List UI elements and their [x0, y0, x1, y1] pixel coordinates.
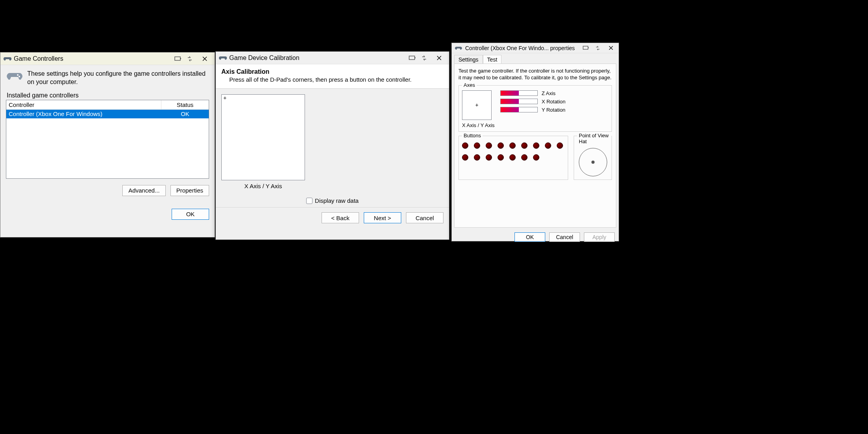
- axis-bar: [500, 99, 538, 104]
- axis-crosshair: +: [223, 95, 226, 101]
- xy-axis-box[interactable]: +: [462, 90, 492, 120]
- monitor-icon: [409, 55, 416, 61]
- dialog-title: Game Controllers: [14, 55, 63, 62]
- axis-bar-label: Y Rotation: [542, 107, 565, 113]
- button-indicator: [521, 154, 528, 161]
- next-button[interactable]: Next >: [364, 212, 401, 223]
- close-button[interactable]: [196, 53, 213, 65]
- test-tab-pane: Test the game controller. If the control…: [454, 64, 616, 228]
- button-indicator: [545, 142, 551, 149]
- gamepad-icon: [219, 55, 227, 61]
- row-controller-name: Controller (Xbox One For Windows): [6, 110, 161, 118]
- pov-hat-dot: [591, 161, 595, 164]
- buttons-group: Buttons: [458, 136, 568, 180]
- button-indicator: [533, 142, 539, 149]
- titlebar[interactable]: Game Controllers: [0, 52, 215, 65]
- wizard-section-subtitle: Press all of the D-Pad's corners, then p…: [221, 75, 443, 84]
- svg-rect-6: [583, 46, 588, 49]
- advanced-button[interactable]: Advanced...: [122, 185, 165, 196]
- svg-point-2: [17, 74, 19, 76]
- wizard-section-title: Axis Calibration: [221, 68, 443, 75]
- list-row[interactable]: Controller (Xbox One For Windows) OK: [6, 110, 209, 118]
- axis-label: X Axis / Y Axis: [221, 183, 305, 189]
- intro-text: These settings help you configure the ga…: [27, 70, 208, 86]
- titlebar-extra-icons: [174, 56, 193, 62]
- buttons-legend: Buttons: [462, 133, 483, 138]
- button-indicator: [533, 154, 539, 161]
- gamepad-large-icon: [7, 70, 22, 86]
- pov-hat-indicator[interactable]: [579, 148, 607, 176]
- button-indicator: [498, 142, 504, 149]
- monitor-icon: [582, 45, 589, 51]
- game-controllers-dialog: Game Controllers These settings help you…: [0, 52, 215, 238]
- button-indicator: [509, 142, 516, 149]
- svg-rect-7: [588, 47, 589, 49]
- axis-bar-label: Z Axis: [542, 90, 556, 96]
- properties-button[interactable]: Properties: [170, 185, 209, 196]
- svg-rect-0: [175, 57, 180, 60]
- axis-bar-row: X Rotation: [500, 99, 566, 105]
- titlebar-extra-icons: [409, 55, 428, 61]
- tab-settings[interactable]: Settings: [454, 55, 483, 64]
- button-indicator: [486, 154, 492, 161]
- tab-strip: Settings Test: [452, 53, 619, 64]
- axis-bar-row: Y Rotation: [500, 107, 566, 113]
- monitor-icon: [174, 56, 181, 62]
- display-raw-data-checkbox[interactable]: [306, 198, 312, 204]
- button-indicator: [462, 154, 468, 161]
- refresh-arrows-icon: [594, 45, 601, 51]
- xy-axis-label: X Axis / Y Axis: [462, 122, 495, 128]
- close-button[interactable]: [604, 43, 617, 53]
- refresh-arrows-icon: [186, 56, 193, 62]
- axis-bar: [500, 90, 538, 96]
- svg-rect-1: [180, 58, 181, 59]
- svg-point-3: [19, 76, 20, 77]
- pov-hat-legend: Point of View Hat: [577, 133, 612, 144]
- close-button[interactable]: [431, 52, 447, 64]
- controller-list[interactable]: Controller Status Controller (Xbox One F…: [6, 100, 209, 179]
- button-indicator: [486, 142, 492, 149]
- button-indicator: [509, 154, 516, 161]
- xy-crosshair: +: [475, 102, 478, 108]
- cancel-button[interactable]: Cancel: [549, 232, 580, 242]
- button-indicator: [462, 142, 468, 149]
- controller-properties-dialog: Controller (Xbox One For Windo... proper…: [451, 43, 619, 241]
- ok-button[interactable]: OK: [514, 232, 545, 242]
- titlebar-extra-icons: [582, 45, 601, 51]
- row-controller-status: OK: [161, 110, 209, 118]
- titlebar[interactable]: Game Device Calibration: [216, 52, 449, 64]
- refresh-arrows-icon: [421, 55, 428, 61]
- button-indicator: [474, 154, 480, 161]
- display-raw-data-label: Display raw data: [315, 197, 359, 204]
- axes-group: Axes + X Axis / Y Axis Z AxisX RotationY…: [458, 85, 612, 132]
- tab-test[interactable]: Test: [483, 55, 502, 64]
- svg-rect-4: [409, 56, 415, 60]
- axis-bar-row: Z Axis: [500, 90, 566, 96]
- ok-button[interactable]: OK: [172, 209, 209, 220]
- svg-rect-5: [415, 57, 415, 58]
- column-status[interactable]: Status: [161, 100, 209, 109]
- button-indicator: [498, 154, 504, 161]
- axis-bar-label: X Rotation: [542, 99, 566, 105]
- installed-controllers-label: Installed game controllers: [0, 90, 215, 100]
- test-description: Test the game controller. If the control…: [458, 68, 612, 81]
- button-indicator: [474, 142, 480, 149]
- gamepad-icon: [4, 56, 11, 62]
- cancel-button[interactable]: Cancel: [406, 212, 443, 223]
- dialog-title: Game Device Calibration: [229, 54, 299, 62]
- axis-calibration-box[interactable]: +: [221, 94, 305, 180]
- axis-bar: [500, 107, 538, 112]
- axes-legend: Axes: [462, 82, 477, 88]
- apply-button[interactable]: Apply: [584, 232, 615, 242]
- list-header: Controller Status: [6, 100, 209, 110]
- calibration-wizard-dialog: Game Device Calibration Axis Calibration…: [215, 51, 449, 240]
- column-controller[interactable]: Controller: [6, 100, 161, 109]
- button-indicator: [521, 142, 528, 149]
- gamepad-icon: [455, 45, 463, 51]
- pov-hat-group: Point of View Hat: [574, 136, 612, 180]
- back-button[interactable]: < Back: [322, 212, 359, 223]
- dialog-title: Controller (Xbox One For Windo... proper…: [465, 45, 575, 51]
- titlebar[interactable]: Controller (Xbox One For Windo... proper…: [452, 43, 619, 53]
- button-indicator: [557, 142, 563, 149]
